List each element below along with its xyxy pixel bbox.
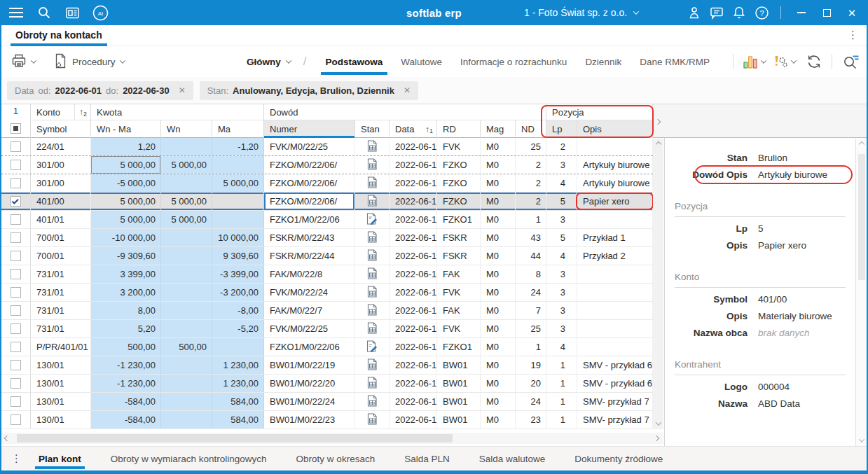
bottom-tab-salda-pln[interactable]: Salda PLN	[403, 447, 451, 470]
cell-numer[interactable]: FVK/M0/22/24	[264, 284, 355, 301]
view-menu-glowny[interactable]: Główny	[247, 57, 291, 67]
cell-mag[interactable]: M0	[481, 265, 516, 283]
cell-ma[interactable]	[212, 193, 264, 210]
cell-stan[interactable]	[355, 393, 390, 410]
row-checkbox[interactable]	[11, 378, 21, 389]
cell-data[interactable]: 2022-06-1	[390, 320, 437, 337]
cell-wn-ma[interactable]: 5 000,00	[91, 156, 161, 174]
grid-horizontal-scrollbar[interactable]	[1, 433, 663, 444]
cell-select[interactable]	[1, 356, 31, 374]
cell-rd[interactable]: BW01	[437, 375, 481, 392]
close-button[interactable]: ✕	[841, 4, 862, 22]
cell-wn-ma[interactable]: 5 000,00	[91, 211, 161, 228]
cell-numer[interactable]: BW01/M0/22/23	[264, 411, 355, 428]
hamburger-menu-icon[interactable]	[7, 4, 25, 22]
group-header-dowod[interactable]: Dowód	[264, 104, 546, 120]
cell-wn[interactable]	[161, 356, 212, 374]
cell-select[interactable]	[1, 338, 31, 356]
cell-lp[interactable]: 2	[546, 138, 577, 155]
ai-assistant-icon[interactable]: AI	[91, 4, 109, 22]
cell-nd[interactable]: 24	[516, 284, 546, 301]
cell-data[interactable]: 2022-06-1	[390, 393, 437, 410]
cell-mag[interactable]: M0	[481, 138, 516, 155]
cell-opis[interactable]	[577, 284, 653, 301]
cell-ma[interactable]: -3 200,00	[212, 284, 264, 301]
row-checkbox[interactable]	[11, 342, 21, 352]
table-row-7[interactable]: 731/013 399,00-3 399,00FAK/M0/22/82022-0…	[1, 265, 653, 284]
cell-numer[interactable]: FZKO1/M0/22/06	[264, 338, 355, 356]
cell-rd[interactable]: BW01	[437, 393, 481, 410]
cell-wn[interactable]: 500,00	[161, 338, 212, 356]
cell-nd[interactable]: 1	[516, 211, 546, 228]
cell-mag[interactable]: M0	[481, 229, 516, 246]
cell-rd[interactable]: FSKR	[437, 229, 481, 246]
cell-nd[interactable]: 2	[516, 174, 546, 192]
cell-opis[interactable]	[577, 338, 653, 356]
cell-lp[interactable]: 4	[546, 174, 577, 192]
table-row-9[interactable]: 731/018,00-8,00FAK/M0/22/72022-06-1FAKM0…	[1, 302, 653, 320]
scroll-down-icon[interactable]	[655, 419, 661, 425]
cell-ma[interactable]: 1 230,00	[212, 375, 264, 392]
cell-mag[interactable]: M0	[481, 356, 516, 374]
scroll-left-icon[interactable]	[4, 435, 10, 441]
cell-lp[interactable]: 4	[546, 247, 577, 265]
cell-mag[interactable]: M0	[481, 247, 516, 265]
cell-wn[interactable]	[161, 375, 212, 392]
cell-numer[interactable]: BW01/M0/22/20	[264, 375, 355, 392]
cell-symbol[interactable]: 401/00	[31, 193, 91, 210]
cell-lp[interactable]: 4	[546, 338, 577, 356]
cell-wn[interactable]: 5 000,00	[161, 211, 212, 228]
user-icon[interactable]	[685, 4, 703, 22]
cell-select[interactable]	[1, 211, 31, 228]
row-checkbox[interactable]	[11, 323, 21, 334]
cell-data[interactable]: 2022-06-1	[390, 411, 437, 428]
table-row-5[interactable]: 700/01-10 000,0010 000,00FSKR/M0/22/4320…	[1, 229, 653, 247]
cell-wn[interactable]	[161, 247, 212, 265]
cell-wn[interactable]	[161, 393, 212, 410]
cell-ma[interactable]: 584,00	[212, 393, 264, 410]
cell-numer[interactable]: FVK/M0/22/25	[264, 320, 355, 337]
cell-mag[interactable]: M0	[481, 284, 516, 301]
scroll-up-icon[interactable]	[858, 141, 864, 147]
cell-wn-ma[interactable]: 3 200,00	[91, 284, 161, 301]
cell-stan[interactable]	[355, 320, 390, 337]
chip-close-icon[interactable]: ✕	[179, 85, 186, 95]
cell-symbol[interactable]: 301/00	[31, 174, 91, 192]
cell-select[interactable]	[1, 265, 31, 283]
column-header-numer[interactable]: Numer	[264, 120, 355, 138]
cell-wn-ma[interactable]: 500,00	[91, 338, 161, 356]
cell-nd[interactable]: 1	[516, 338, 546, 356]
table-row-3[interactable]: 401/005 000,005 000,00FZKO/M0/22/06/2022…	[1, 193, 653, 211]
cell-wn-ma[interactable]: 8,00	[91, 302, 161, 319]
cell-symbol[interactable]: 130/01	[31, 375, 91, 392]
group-header-konto[interactable]: Konto ↑2	[31, 104, 91, 120]
cell-stan[interactable]	[355, 284, 390, 301]
cell-wn-ma[interactable]: -584,00	[91, 411, 161, 428]
cell-data[interactable]: 2022-06-1	[390, 375, 437, 392]
scroll-down-icon[interactable]	[858, 436, 864, 442]
cell-symbol[interactable]: 401/01	[31, 211, 91, 228]
cell-wn[interactable]	[161, 320, 212, 337]
cell-stan[interactable]	[355, 302, 390, 319]
table-row-15[interactable]: 130/01-584,00584,00BW01/M0/22/232022-06-…	[1, 411, 653, 429]
cell-stan[interactable]	[355, 138, 390, 155]
cell-mag[interactable]: M0	[481, 393, 516, 410]
cell-ma[interactable]: -8,00	[212, 302, 264, 319]
scrollbar-thumb[interactable]	[17, 434, 453, 442]
cell-ma[interactable]	[212, 338, 264, 356]
help-icon[interactable]: ?	[752, 4, 771, 22]
cell-ma[interactable]: -1,20	[212, 138, 264, 155]
cell-symbol[interactable]: 224/01	[31, 138, 91, 155]
cell-opis[interactable]: Papier xero	[577, 193, 653, 210]
table-row-4[interactable]: 401/015 000,005 000,00FZKO1/M0/22/062022…	[1, 211, 653, 229]
search-icon[interactable]	[35, 4, 53, 22]
row-checkbox[interactable]	[11, 232, 21, 243]
cell-symbol[interactable]: 130/01	[31, 411, 91, 428]
cell-symbol[interactable]: 731/01	[31, 320, 91, 337]
cell-symbol[interactable]: 731/01	[31, 302, 91, 319]
cell-symbol[interactable]: 700/01	[31, 247, 91, 265]
cell-data[interactable]: 2022-06-1	[390, 138, 437, 155]
cell-select[interactable]	[1, 302, 31, 319]
cell-wn[interactable]	[161, 284, 212, 301]
cell-lp[interactable]: 3	[546, 302, 577, 319]
